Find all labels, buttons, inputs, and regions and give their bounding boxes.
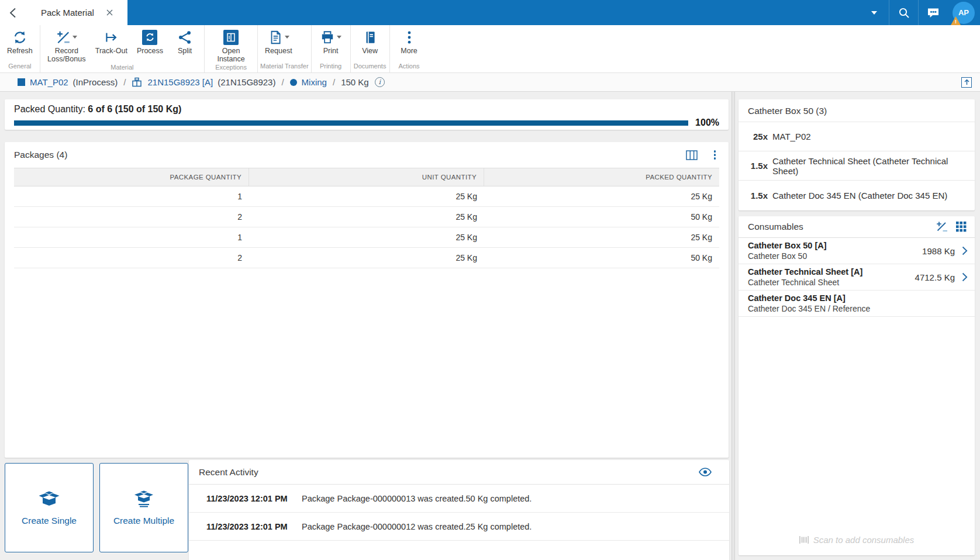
consumable-row[interactable]: Catheter Technical Sheet [A] Catheter Te…: [739, 264, 975, 291]
column-chooser-icon[interactable]: [686, 150, 698, 160]
ribbon-group-actions: More Actions: [390, 25, 429, 72]
ribbon-caption-actions: Actions: [392, 63, 426, 72]
bom-item[interactable]: 1.5x Catheter Technical Sheet (Catheter …: [739, 151, 975, 181]
scan-hint: Scan to add consumables: [739, 535, 975, 545]
breadcrumb-material-link[interactable]: MAT_P02: [30, 77, 68, 87]
material-icon: [18, 78, 25, 86]
column-header-packed-quantity[interactable]: PACKED QUANTITY: [484, 168, 719, 186]
consumable-row[interactable]: Catheter Box 50 [A] Catheter Box 50 1988…: [739, 238, 975, 264]
create-multiple-label: Create Multiple: [113, 516, 174, 526]
consumable-row[interactable]: Catheter Doc 345 EN [A] Catheter Doc 345…: [739, 291, 975, 317]
ribbon-caption-documents: Documents: [353, 63, 387, 72]
table-row[interactable]: 2 25 Kg 50 Kg: [14, 248, 719, 268]
chat-icon: [927, 7, 940, 19]
ribbon-caption-exceptions: Exceptions: [207, 64, 255, 72]
packages-menu-icon[interactable]: [713, 149, 717, 161]
bom-item-multiplier: 25x: [747, 132, 768, 141]
more-icon: [402, 30, 417, 45]
column-header-package-quantity[interactable]: PACKAGE QUANTITY: [14, 168, 249, 186]
view-documents-icon: [363, 30, 378, 45]
tab-close-icon[interactable]: [102, 5, 118, 20]
chevron-right-icon[interactable]: [962, 272, 968, 282]
open-instance-label: Open Instance: [212, 47, 250, 64]
progress-bar-track: [14, 120, 688, 126]
cell-unit-quantity: 25 Kg: [249, 186, 484, 206]
split-icon: [177, 30, 192, 45]
open-box-icon: [37, 489, 61, 509]
recent-activity-title: Recent Activity: [199, 467, 258, 478]
bom-item[interactable]: 25x MAT_P02: [739, 122, 975, 151]
column-header-unit-quantity[interactable]: UNIT QUANTITY: [249, 168, 484, 186]
main-content: Packed Quantity: 6 of 6 (150 of 150 Kg) …: [0, 92, 980, 560]
activity-timestamp: 11/23/2023 12:01 PM: [206, 494, 302, 503]
chevron-down-icon: [285, 36, 289, 39]
breadcrumb-step-link[interactable]: Mixing: [302, 77, 327, 87]
table-row[interactable]: 1 25 Kg 25 Kg: [14, 227, 719, 248]
bom-panel: Catheter Box 50 (3) 25x MAT_P02 1.5x Cat…: [739, 99, 975, 210]
record-loss-bonus-icon: [56, 30, 71, 45]
table-row[interactable]: 1 25 Kg 25 Kg: [14, 186, 719, 207]
watch-activity-button[interactable]: [699, 468, 712, 476]
packed-quantity-label: Packed Quantity:: [14, 104, 88, 114]
back-button[interactable]: [0, 0, 26, 25]
info-icon[interactable]: i: [375, 77, 385, 87]
ribbon-group-general: Refresh General: [0, 25, 40, 72]
bom-item-name: MAT_P02: [772, 132, 811, 141]
cell-packed-quantity: 25 Kg: [484, 227, 719, 247]
recent-activity-card: Recent Activity 11/23/2023 12:01 PM Pack…: [189, 460, 729, 560]
print-button[interactable]: Print: [314, 25, 348, 55]
progress-percent-label: 100%: [695, 117, 719, 128]
breadcrumb-separator: /: [122, 77, 127, 87]
adjust-quantity-icon[interactable]: [936, 221, 948, 233]
consumable-quantity: 1988 Kg: [922, 246, 955, 256]
messages-button[interactable]: [918, 0, 947, 25]
packed-quantity-card: Packed Quantity: 6 of 6 (150 of 150 Kg) …: [5, 99, 729, 130]
open-box-stack-icon: [132, 489, 156, 509]
consumable-description: Catheter Technical Sheet: [748, 278, 915, 287]
expand-panel-button[interactable]: [961, 77, 972, 88]
more-button[interactable]: More: [392, 25, 426, 55]
topbar-dropdown-button[interactable]: [860, 0, 889, 25]
ribbon-group-material-transfer: Request Material Transfer: [258, 25, 312, 72]
grid-view-icon[interactable]: [956, 222, 967, 232]
cell-packed-quantity: 25 Kg: [484, 186, 719, 206]
bom-item[interactable]: 1.5x Catheter Doc 345 EN (Catheter Doc 3…: [739, 181, 975, 210]
lot-icon: [132, 77, 143, 87]
open-instance-button[interactable]: Open Instance: [207, 25, 255, 64]
split-button[interactable]: Split: [168, 25, 202, 55]
breadcrumb-separator: /: [332, 77, 336, 87]
process-button[interactable]: Process: [132, 25, 168, 55]
table-row[interactable]: 2 25 Kg 50 Kg: [14, 207, 719, 227]
print-icon: [320, 30, 335, 45]
tab-title: Pack Material: [41, 8, 94, 18]
refresh-button[interactable]: Refresh: [2, 25, 37, 55]
tab-pack-material[interactable]: Pack Material: [26, 0, 127, 25]
process-label: Process: [137, 47, 163, 55]
create-single-button[interactable]: Create Single: [5, 463, 94, 552]
view-button[interactable]: View: [353, 25, 387, 55]
search-button[interactable]: [889, 0, 918, 25]
record-loss-bonus-button[interactable]: Record Loss/Bonus: [43, 25, 91, 64]
breadcrumb-lot-link[interactable]: 21N15G8923 [A]: [147, 77, 213, 87]
packages-header: Packages (4): [5, 142, 729, 168]
bom-item-name: Catheter Technical Sheet (Catheter Techn…: [772, 156, 965, 176]
process-icon: [142, 30, 157, 45]
panel-splitter[interactable]: [731, 92, 735, 560]
activity-message: Package Package-000000013 was created.50…: [302, 494, 721, 503]
ribbon-group-material: Record Loss/Bonus Track-Out Process Spli…: [40, 25, 205, 72]
chevron-down-icon: [73, 36, 77, 39]
breadcrumb-separator: /: [280, 77, 285, 87]
arrow-up-icon: [964, 79, 970, 85]
tab-strip: Pack Material: [0, 0, 127, 25]
request-button[interactable]: Request: [260, 25, 297, 55]
create-multiple-button[interactable]: Create Multiple: [99, 463, 188, 552]
breadcrumb-quantity: 150 Kg: [341, 77, 369, 87]
track-out-button[interactable]: Track-Out: [91, 25, 132, 55]
packed-progress-row: 100%: [14, 117, 719, 128]
chevron-down-icon: [337, 36, 341, 39]
record-loss-bonus-label: Record Loss/Bonus: [47, 47, 86, 64]
consumable-name: Catheter Doc 345 EN [A]: [748, 293, 968, 303]
ribbon-toolbar: Refresh General Record Loss/Bonus Track-…: [0, 25, 980, 73]
chevron-right-icon[interactable]: [962, 246, 968, 255]
user-menu[interactable]: AP !: [947, 0, 980, 25]
